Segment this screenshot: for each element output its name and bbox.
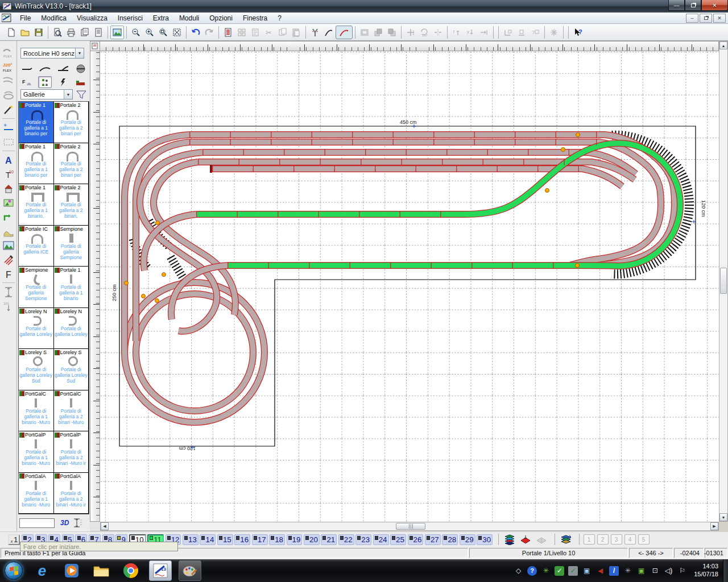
level-tab[interactable]: 22 [338,534,354,545]
parallel-track-icon[interactable] [1,74,16,88]
usb-icon[interactable]: ✓ [568,566,578,576]
dimension-track-icon[interactable]: ✳ [1,120,16,135]
wintrack-taskbar-button[interactable]: 13 [149,560,172,581]
paint-taskbar-button[interactable] [179,560,201,581]
page-box[interactable]: 4 [624,534,636,544]
level-tab[interactable]: 16 [234,534,250,545]
muted-horn-icon[interactable]: ◀ [595,566,605,576]
figures-button[interactable] [38,76,52,88]
menu-help[interactable]: ? [272,13,287,23]
gallery-item[interactable]: Portale 1 Portale di galleria a 1 binari… [54,267,89,308]
node-up-icon[interactable]: f [450,26,464,39]
page-box[interactable]: 1 [584,534,595,544]
menu-moduli[interactable]: Moduli [174,13,204,23]
utility-icon[interactable]: ✳ [623,566,632,576]
horizontal-scroll-thumb[interactable] [396,523,425,530]
vertical-scrollbar[interactable]: ▲ ▼ [719,41,728,522]
internet-explorer-icon[interactable]: e [31,560,53,581]
network-icon[interactable]: ⊡ [650,566,660,576]
level-tab[interactable]: 29 [460,534,475,545]
gallery-item[interactable]: Portale 2 Portale di galleria a 2 binari… [54,184,89,226]
paste-icon[interactable] [289,26,303,39]
all-layers-color-icon[interactable] [503,534,517,545]
level-tab[interactable]: 25 [390,534,406,545]
gallery-item[interactable]: Sempione Portale di galleria Sempione [54,226,89,267]
mdi-close-button[interactable]: ✕ [713,14,726,23]
to-front-icon[interactable] [371,26,385,39]
corner-ask-icon[interactable]: ? [528,26,542,39]
context-help-icon[interactable]: ? [571,26,585,39]
level-tab[interactable]: 26 [408,534,424,545]
show-desktop-button[interactable] [723,559,728,582]
hatch-pen-icon[interactable] [1,252,16,267]
zoom-in-icon[interactable] [143,26,156,39]
gallery-item[interactable]: PortGalA Portale di galleria a 1 binario… [19,473,54,514]
level-tab[interactable]: 30 [477,534,493,545]
turnout-button[interactable] [56,63,70,74]
length-dimension-icon[interactable]: 101 [1,299,16,313]
cut-icon[interactable]: ✂ [262,26,276,39]
page-box[interactable]: 2 [597,534,609,544]
parts-list-icon[interactable] [92,26,105,39]
volume-icon[interactable]: ◁) [664,566,673,576]
save-icon[interactable] [32,26,46,39]
undo-icon[interactable] [189,26,202,39]
image-mountains-icon[interactable] [1,238,16,252]
rotate-free-icon[interactable] [404,26,417,39]
menu-file[interactable]: File [15,13,36,23]
level-tab[interactable]: 28 [442,534,458,545]
scroll-down-icon[interactable]: ▼ [719,513,727,521]
library-select[interactable]: RocoLine H0 senz ▼ [20,48,84,59]
signals-button[interactable]: F [20,76,34,88]
gallery-item[interactable]: PortGalP Portale di galleria a 1 binario… [19,431,54,473]
gallery-item[interactable]: PortGalA Portale di galleria a 2 binari … [54,473,89,514]
key-icon[interactable]: / [609,566,619,576]
menu-extra[interactable]: Extra [148,13,174,23]
start-button[interactable] [5,562,23,580]
mirror-icon[interactable] [431,26,445,39]
flex-track-gray-icon[interactable]: FLEX [1,45,16,60]
gallery-item[interactable]: Portale 1 Portale di galleria a 1 binari… [19,184,54,226]
package-icon[interactable]: ▣ [636,566,646,576]
filter-funnel-icon[interactable] [75,89,88,99]
display-icon[interactable]: ▣ [582,566,592,576]
track-plan-canvas[interactable]: 450 cm 250 cm 120 cm 120 cm [100,51,719,522]
antivirus-icon[interactable]: ✓ [555,566,564,576]
scroll-right-icon[interactable]: ▶ [710,522,718,530]
node-down-icon[interactable]: y [464,26,477,39]
open-icon[interactable] [18,26,32,39]
scroll-left-icon[interactable]: ◀ [101,522,109,530]
level-tab[interactable]: 21 [321,534,337,545]
gallery-item[interactable]: Portale IC Portale di galleria ICE [19,226,54,267]
node-join-icon[interactable] [477,26,491,39]
level-tab[interactable]: 15 [217,534,233,545]
flex-track-icon[interactable] [336,26,353,39]
zoom-all-icon[interactable] [170,26,184,39]
page-box[interactable]: 3 [611,534,622,544]
3d-label[interactable]: 3D [60,519,69,527]
page-box[interactable]: 5 [638,534,650,544]
panel-icon[interactable] [358,26,371,39]
straight-track-button[interactable] [20,63,34,74]
gallery-item[interactable]: Portale 2 Portale di galleria a 2 binari… [54,102,89,143]
restore-button[interactable] [685,0,701,11]
menu-finestra[interactable]: Finestra [238,13,272,23]
level-tab[interactable]: 18 [269,534,285,545]
corner-box-icon[interactable] [515,26,528,39]
flag-icon[interactable]: ⚐ [677,566,687,576]
tile-windows-icon[interactable] [235,26,249,39]
gallery-item[interactable]: PortGalC Portale di galleria a 2 binari … [54,390,89,432]
electric-button[interactable] [56,76,70,88]
scene-icon[interactable] [1,196,16,210]
layer-red-icon[interactable] [519,534,533,545]
search-input[interactable] [19,518,55,528]
level-tab[interactable]: 19 [287,534,303,545]
corner-left-icon[interactable] [501,26,515,39]
media-player-icon[interactable] [60,560,83,581]
height-tool-icon[interactable] [72,518,82,528]
print-preview-icon[interactable] [51,26,64,39]
notes-icon[interactable] [249,26,262,39]
refresh-selection-icon[interactable] [547,26,561,39]
level-tab[interactable]: 24 [373,534,389,545]
print-pages-icon[interactable] [78,26,92,39]
